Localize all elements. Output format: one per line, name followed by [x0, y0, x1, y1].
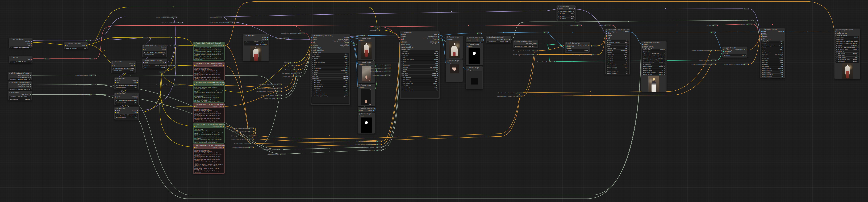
reroute-output-dot[interactable]	[379, 30, 380, 31]
widget-force_uniform_tiles[interactable]: ◀force_uniform_tilesenable▶	[606, 74, 629, 75]
input-slot-clip[interactable]	[194, 106, 195, 107]
reroute-output-dot[interactable]	[381, 141, 382, 142]
widget-cfg[interactable]: ◀cfg2.0▶	[311, 65, 349, 67]
widget-scheduler[interactable]: ◀schedulersgm_uniform▶	[606, 50, 629, 52]
increment-arrow-icon[interactable]: ▶	[627, 58, 628, 60]
reroute-node-reroute-model[interactable]: Reroute Model	[743, 8, 750, 10]
decrement-arrow-icon[interactable]: ◀	[402, 67, 402, 68]
widget-seam_fix_padding[interactable]: ◀seam_fix_padding16▶	[761, 75, 784, 77]
increment-arrow-icon[interactable]: ▶	[347, 84, 348, 86]
node-hand-negative-clip-text-encode[interactable]: Hand Negative CLIP Text Encode (Prompt)c…	[193, 103, 225, 123]
widget-foldername_prefix[interactable]: foldername_prefix2024-03-03/2i_upscaled/	[642, 53, 665, 55]
reroute-output-dot[interactable]	[176, 16, 177, 18]
node-title-bar[interactable]: Tiled Diffusion	[557, 5, 576, 8]
input-slot-negative[interactable]	[761, 36, 762, 37]
reroute-node[interactable]	[543, 31, 549, 33]
reroute-output-dot[interactable]	[221, 16, 221, 18]
decrement-arrow-icon[interactable]: ◀	[312, 70, 313, 71]
reroute-output-dot[interactable]	[748, 8, 749, 9]
decrement-arrow-icon[interactable]: ◀	[762, 64, 763, 65]
decrement-arrow-icon[interactable]: ◀	[10, 79, 11, 80]
widget-image[interactable]: ◀image000015_ComfyUI.png▶	[244, 41, 268, 43]
output-slot-CONDITIONING[interactable]	[223, 85, 224, 85]
decrement-arrow-icon[interactable]: ◀	[402, 63, 402, 64]
widget-tile_height[interactable]: ◀tile_height512▶	[761, 61, 784, 63]
node-title-bar[interactable]: Load Checkpoint	[9, 38, 32, 40]
collapse-icon[interactable]	[606, 29, 608, 31]
increment-arrow-icon[interactable]: ▶	[29, 96, 30, 97]
decrement-arrow-icon[interactable]: ◀	[312, 54, 313, 55]
widget-tile_overlap[interactable]: ◀tile_overlap64▶	[557, 18, 575, 20]
node-title-bar[interactable]: Ultimate SD Upscale	[760, 28, 785, 31]
output-slot-detailer_pipe[interactable]	[438, 41, 439, 41]
node-model-sampling-discrete[interactable]: ModelSamplingDiscretemodelMODEL◀sampling…	[142, 59, 167, 69]
increment-arrow-icon[interactable]: ▶	[664, 72, 665, 73]
widget-filename_keys[interactable]: filename_keys	[835, 38, 859, 40]
widget-mode_type[interactable]: ◀mode_typeChess▶	[761, 57, 784, 59]
increment-arrow-icon[interactable]: ▶	[782, 55, 783, 57]
decrement-arrow-icon[interactable]: ◀	[144, 54, 145, 55]
output-slot-CONDITIONING[interactable]	[223, 126, 224, 127]
node-title-bar[interactable]: Load VAE	[9, 56, 32, 59]
collapse-icon[interactable]	[642, 42, 643, 43]
collapse-icon[interactable]	[194, 42, 195, 44]
widget-seed[interactable]: ◀seed0▶	[311, 59, 349, 61]
widget-seam_fix_padding[interactable]: ◀seam_fix_padding16▶	[606, 72, 629, 74]
increment-arrow-icon[interactable]: ▶	[627, 44, 628, 45]
collapse-icon[interactable]	[359, 108, 360, 109]
decrement-arrow-icon[interactable]: ◀	[402, 55, 402, 56]
widget-seam_fix_mode[interactable]: ◀seam_fix_modeHalf Tile▶	[606, 64, 629, 66]
node-title-bar[interactable]: Face Negative CLIP Text Encode (Prompt)	[193, 144, 225, 147]
node-title-bar[interactable]: Preview Image	[358, 61, 375, 63]
reroute-output-dot[interactable]	[390, 71, 391, 72]
decrement-arrow-icon[interactable]: ◀	[312, 84, 313, 86]
collapse-icon[interactable]	[359, 113, 360, 114]
decrement-arrow-icon[interactable]: ◀	[607, 56, 608, 58]
reroute-output-dot[interactable]	[281, 91, 282, 92]
increment-arrow-icon[interactable]: ▶	[136, 120, 137, 120]
node-preview-image-hand-result[interactable]: Preview Imageimages	[358, 37, 375, 60]
input-slot-images[interactable]	[447, 39, 447, 40]
increment-arrow-icon[interactable]: ▶	[573, 13, 574, 14]
wildcard-textarea[interactable]	[311, 97, 349, 104]
input-slot-control_net[interactable]	[566, 46, 566, 47]
decrement-arrow-icon[interactable]: ◀	[607, 64, 608, 66]
widget-counter_position[interactable]: ◀counter_positionfirst▶	[835, 57, 859, 59]
input-slot-sam_model_opt[interactable]	[401, 45, 402, 46]
node-title-bar[interactable]: Load Image	[243, 34, 269, 37]
reroute-node[interactable]	[574, 21, 580, 23]
node-clip-set-last-layer[interactable]: CLIP Set Last LayerclipCLIP◀stop_at_clip…	[64, 42, 88, 49]
decrement-arrow-icon[interactable]: ◀	[762, 78, 763, 78]
increment-arrow-icon[interactable]: ▶	[347, 90, 348, 92]
output-slot-mask[interactable]	[438, 39, 439, 40]
reroute-output-dot[interactable]	[94, 59, 95, 59]
collapse-icon[interactable]	[115, 78, 117, 79]
widget-denoise[interactable]: ◀denoise0.20▶	[401, 69, 439, 70]
widget-stage/anime/PPP_sleepy/ppAnimix_basic35.safetensors[interactable]: ◀stage/anime/PPP_sleepy/ppAnimix_basic35…	[10, 46, 32, 48]
increment-arrow-icon[interactable]: ▶	[136, 105, 137, 105]
increment-arrow-icon[interactable]: ▶	[437, 55, 438, 56]
decrement-arrow-icon[interactable]: ◀	[312, 94, 313, 96]
input-slot-conditioning[interactable]	[566, 44, 566, 45]
output-slot-IMAGE[interactable]	[783, 31, 784, 32]
decrement-arrow-icon[interactable]: ◀	[836, 49, 837, 50]
increment-arrow-icon[interactable]: ▶	[347, 58, 348, 59]
reroute-output-dot[interactable]	[390, 68, 391, 69]
input-slot-model[interactable]	[143, 62, 144, 63]
node-title-bar[interactable]: Preview Image	[358, 113, 375, 115]
widget-sam_threshold[interactable]: ◀sam_threshold0.93▶	[311, 90, 349, 92]
output-slot-CLIP[interactable]	[31, 43, 32, 44]
reroute-output-dot[interactable]	[368, 35, 369, 36]
reroute-output-dot[interactable]	[253, 131, 254, 132]
output-slot-MODEL[interactable]	[165, 47, 166, 48]
increment-arrow-icon[interactable]: ▶	[437, 71, 438, 72]
node-title-bar[interactable]: Save Image Extended	[641, 41, 666, 44]
decrement-arrow-icon[interactable]: ◀	[607, 44, 608, 45]
node-hand-positive-clip-text-encode[interactable]: Hand Positive CLIP Text Encode (Prompt)c…	[193, 81, 225, 103]
input-slot-positive[interactable]	[606, 35, 607, 36]
output-slot-CONDITIONING[interactable]	[223, 45, 224, 46]
reroute-output-dot[interactable]	[381, 144, 382, 145]
output-slot-MASK[interactable]	[267, 39, 268, 40]
reroute-node-reroute-negative-facedetailer[interactable]: Reroute negative FaceDetailer	[248, 131, 254, 133]
reroute-output-dot[interactable]	[284, 154, 285, 155]
